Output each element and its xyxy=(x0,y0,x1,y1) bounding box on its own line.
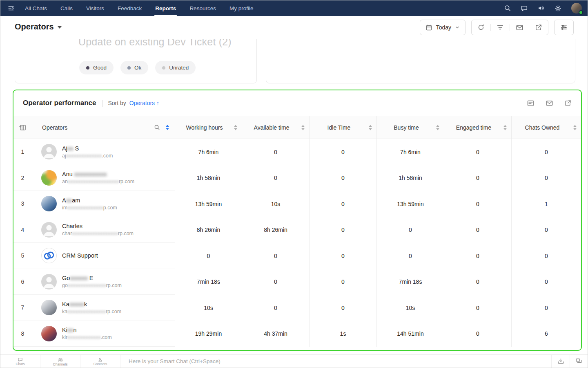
cell-value: 0 xyxy=(512,243,581,269)
column-header-available-time[interactable]: Available time xyxy=(242,116,310,139)
sort-icon[interactable] xyxy=(503,125,507,130)
sound-icon[interactable] xyxy=(537,4,545,12)
operator-email: imxxxxxxxxxxxxxxp.com xyxy=(62,205,117,211)
mail-icon[interactable] xyxy=(510,24,529,31)
export-icon[interactable] xyxy=(564,99,572,107)
people-icon xyxy=(58,357,63,363)
operator-email: kirxxxxxxxxxxxxx.com xyxy=(62,334,112,340)
sort-icon[interactable] xyxy=(436,125,439,130)
row-index: 2 xyxy=(13,165,32,191)
page-title[interactable]: Operators xyxy=(15,22,62,31)
caret-down-icon xyxy=(58,26,62,29)
cell-value: 0 xyxy=(444,191,512,217)
nav-item-reports[interactable]: Reports xyxy=(155,0,176,16)
legend-label: Ok xyxy=(134,65,141,71)
sort-icon[interactable] xyxy=(573,125,577,130)
column-header-busy-time[interactable]: Busy time xyxy=(377,116,444,139)
cell-value: 0 xyxy=(242,269,310,295)
chat-windows-icon[interactable] xyxy=(570,355,588,368)
cell-value: 7h 6min xyxy=(175,139,242,165)
operator-avatar xyxy=(41,222,57,238)
legend-dot xyxy=(86,66,89,70)
sidebar-toggle-icon[interactable] xyxy=(0,4,22,12)
settings-gear-icon[interactable] xyxy=(554,4,562,12)
column-header-idle-time[interactable]: Idle Time xyxy=(310,116,377,139)
legend-item-unrated[interactable]: Unrated xyxy=(155,61,196,74)
operator-cell: Anu xxxxxxxxxxxanxxxxxxxxxxxxxxxxxxxxrp.… xyxy=(32,165,175,191)
search-icon[interactable] xyxy=(154,124,160,130)
table-row[interactable]: 4Charlescharxxxxxxxxxxxxxxxxxxrp.com8h 2… xyxy=(13,217,581,243)
sort-icon[interactable] xyxy=(166,125,169,130)
report-title: Operator performance xyxy=(23,99,96,107)
legend-dot xyxy=(162,66,165,70)
cell-value: 10s xyxy=(175,295,242,321)
operator-performance-card: Operator performance Sort by Operators ↑… xyxy=(13,90,582,351)
row-index: 3 xyxy=(13,191,32,217)
footer-tab-contacts[interactable]: Contacts xyxy=(80,355,120,368)
nav-item-visitors[interactable]: Visitors xyxy=(86,0,104,16)
smart-chat-input[interactable] xyxy=(120,355,551,368)
table-row[interactable]: 8Kixxnkirxxxxxxxxxxxxx.com19h 29min4h 37… xyxy=(13,321,581,347)
cell-value: 8h 26min xyxy=(175,217,242,243)
message-icon[interactable] xyxy=(521,4,528,12)
column-header-chats-owned[interactable]: Chats Owned xyxy=(512,116,581,139)
table-row[interactable]: 5CRM Support000000 xyxy=(13,243,581,269)
cell-value: 0 xyxy=(512,165,581,191)
filter-icon[interactable] xyxy=(491,24,510,31)
cell-value: 0 xyxy=(377,217,444,243)
nav-item-calls[interactable]: Calls xyxy=(60,0,73,16)
cell-value: 0 xyxy=(444,217,512,243)
operator-email: kaxxxxxxxxxxxxxxxrp.com xyxy=(62,309,121,314)
footer-tab-channels[interactable]: Channels xyxy=(40,355,80,368)
nav-item-all-chats[interactable]: All Chats xyxy=(25,0,47,16)
table-row[interactable]: 2Anu xxxxxxxxxxxanxxxxxxxxxxxxxxxxxxxxrp… xyxy=(13,165,581,191)
table-row[interactable]: 3Axxamimxxxxxxxxxxxxxxp.com13h 59min10s0… xyxy=(13,191,581,217)
nav-item-feedback[interactable]: Feedback xyxy=(118,0,142,16)
empty-chart-card xyxy=(266,39,575,83)
column-header-working-hours[interactable]: Working hours xyxy=(175,116,242,139)
table-body: 1Ajxx Sajxxxxxxxxxxxxxx.com7h 6min007h 6… xyxy=(13,139,581,347)
table-row[interactable]: 7Kaxxxxxkkaxxxxxxxxxxxxxxxrp.com10s0010s… xyxy=(13,295,581,321)
table-row[interactable]: 6Goxxxxxx Egoxxxxxxxxxxxxxxxrp.com7min 1… xyxy=(13,269,581,295)
cell-value: 10s xyxy=(377,295,444,321)
column-label: Operators xyxy=(42,124,67,131)
report-actions-group xyxy=(471,20,548,35)
sort-icon[interactable] xyxy=(369,125,372,130)
legend-item-ok[interactable]: Ok xyxy=(120,61,148,74)
operator-name: Anu xxxxxxxxxxx xyxy=(62,171,134,177)
search-icon[interactable] xyxy=(504,4,511,12)
column-header-operators[interactable]: Operators xyxy=(32,116,175,139)
user-avatar[interactable] xyxy=(571,3,582,13)
export-icon[interactable] xyxy=(529,24,548,31)
cell-value: 0 xyxy=(310,295,377,321)
tray-icon[interactable] xyxy=(552,355,570,368)
footer-tab-label: Chats xyxy=(16,362,24,366)
operator-name: Kaxxxxxk xyxy=(62,301,121,307)
nav-item-my-profile[interactable]: My profile xyxy=(229,0,254,16)
sort-icon[interactable] xyxy=(301,125,305,130)
cell-value: 0 xyxy=(310,191,377,217)
date-range-button[interactable]: Today xyxy=(420,20,466,35)
cell-value: 0 xyxy=(310,139,377,165)
sort-icon[interactable] xyxy=(234,125,237,130)
operator-cell: Charlescharxxxxxxxxxxxxxxxxxxrp.com xyxy=(32,217,175,243)
footer-tab-chats[interactable]: Chats xyxy=(0,355,40,368)
card-view-icon[interactable] xyxy=(527,99,535,107)
cell-value: 0 xyxy=(512,295,581,321)
refresh-icon[interactable] xyxy=(472,24,490,31)
row-index: 1 xyxy=(13,139,32,165)
footer-tabs: ChatsChannelsContacts xyxy=(0,355,120,368)
footer-tab-label: Contacts xyxy=(94,362,107,366)
insert-column-button[interactable] xyxy=(13,116,32,139)
table-row[interactable]: 1Ajxx Sajxxxxxxxxxxxxxx.com7h 6min007h 6… xyxy=(13,139,581,165)
mail-icon[interactable] xyxy=(546,99,553,107)
customize-icon[interactable] xyxy=(554,20,574,35)
column-label: Engaged time xyxy=(444,124,511,131)
column-header-engaged-time[interactable]: Engaged time xyxy=(444,116,512,139)
nav-item-resources[interactable]: Resources xyxy=(189,0,216,16)
operator-email: ajxxxxxxxxxxxxxx.com xyxy=(62,153,113,159)
cell-value: 1 xyxy=(512,191,581,217)
legend-item-good[interactable]: Good xyxy=(79,61,114,74)
sort-field-link[interactable]: Operators ↑ xyxy=(129,100,159,106)
cell-value: 4h 37min xyxy=(242,321,310,347)
